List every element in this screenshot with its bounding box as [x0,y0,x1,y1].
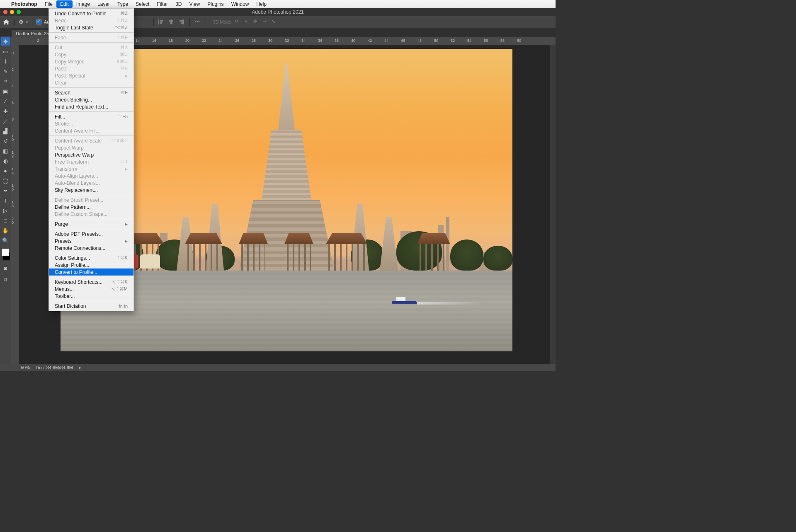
lasso-tool[interactable]: ⌇ [1,57,10,65]
path-select-tool[interactable]: ▷ [1,206,10,215]
foreground-swatch[interactable] [2,249,9,256]
menu-item-menus[interactable]: Menus...⌥⇧⌘M [49,285,133,293]
vertical-scrollbar[interactable] [550,45,556,364]
hruler-tick: 34 [301,39,306,43]
3d-orbit-icon[interactable]: ⟳ [235,19,242,25]
menu-item-purge[interactable]: Purge▶ [49,220,133,227]
home-icon[interactable] [2,19,10,25]
menu-item-color-settings[interactable]: Color Settings...⇧⌘K [49,254,133,261]
quick-mask-icon[interactable]: ◙ [1,265,10,272]
dodge-tool[interactable]: ◯ [1,177,10,185]
menubar-help[interactable]: Help [252,0,270,8]
menubar-layer[interactable]: Layer [94,0,114,8]
hand-tool[interactable]: ✋ [1,226,10,235]
menubar-type[interactable]: Type [114,0,132,8]
spot-heal-tool[interactable]: ✚ [1,107,10,115]
menu-item-label: Presets [55,238,72,244]
window-close-button[interactable] [3,10,7,14]
zoom-tool[interactable]: 🔍 [1,236,10,244]
menu-shortcut: ⌥⇧⌘K [111,279,128,285]
image-pavilion [239,233,268,271]
zoom-level[interactable]: 50% [21,365,30,370]
menu-item-assign-profile[interactable]: Assign Profile... [49,261,133,268]
history-brush-tool[interactable]: ↺ [1,137,10,145]
auto-select-checkbox[interactable] [36,19,41,24]
rectangle-tool[interactable]: □ [1,216,10,225]
eraser-tool[interactable]: ◧ [1,147,10,155]
clone-stamp-tool[interactable]: ▟ [1,127,10,135]
menu-item-label: Paste [55,66,68,72]
menu-item-puppet-warp: Puppet Warp [49,144,133,151]
menu-item-check-spelling[interactable]: Check Spelling... [49,96,133,103]
menu-item-label: Clear [55,80,67,86]
vruler-tick: 1 6 [12,184,14,191]
menu-item-remote-connections[interactable]: Remote Connections... [49,244,133,251]
move-tool-icon[interactable]: ✥ [19,19,24,25]
menubar-view[interactable]: View [185,0,204,8]
3d-slide-icon[interactable]: ↔ [262,19,269,25]
status-flyout-icon[interactable]: ▶ [79,366,81,370]
menu-item-toggle-last-state[interactable]: Toggle Last State⌥⌘Z [49,24,133,31]
align-right-icon[interactable] [178,19,184,25]
menu-item-copy: Copy⌘C [49,51,133,58]
menubar-image[interactable]: Image [73,0,94,8]
menu-item-label: Find and Replace Text... [55,104,108,110]
menubar-app[interactable]: Photoshop [7,0,41,8]
menu-item-find-and-replace-text[interactable]: Find and Replace Text... [49,103,133,110]
more-align-icon[interactable]: ••• [195,19,201,25]
menu-item-label: Check Spelling... [55,97,92,103]
menu-item-fill[interactable]: Fill...⇧F5 [49,113,133,120]
menubar-filter[interactable]: Filter [153,0,172,8]
menu-item-presets[interactable]: Presets▶ [49,237,133,244]
brush-tool[interactable]: ／ [1,117,10,125]
menu-item-start-dictation[interactable]: Start Dictationfn fn [49,302,133,310]
eyedropper-tool[interactable]: ⁄ [1,97,10,105]
menu-shortcut: ⌥⇧⌘C [111,138,128,143]
menu-item-redo: Redo⇧⌘Z [49,17,133,24]
tools-panel: ✥▭⌇✎⌗▣⁄✚／▟↺◧◐●◯✒T▷□✋🔍◙⧉ [0,36,11,364]
menu-item-sky-replacement[interactable]: Sky Replacement... [49,186,133,193]
marquee-tool[interactable]: ▭ [1,47,10,56]
gradient-tool[interactable]: ◐ [1,157,10,165]
menu-separator [49,42,133,43]
menubar-window[interactable]: Window [228,0,253,8]
menu-item-label: Puppet Warp [55,145,84,151]
menu-item-search[interactable]: Search⌘F [49,89,133,96]
3d-scale-icon[interactable]: ⤡ [272,19,278,25]
menubar-file[interactable]: File [41,0,56,8]
pen-tool[interactable]: ✒ [1,186,10,195]
hruler-tick: 16 [152,39,156,43]
window-minimize-button[interactable] [10,10,14,14]
menu-item-define-pattern[interactable]: Define Pattern... [49,203,133,210]
quick-select-tool[interactable]: ✎ [1,67,10,75]
menu-item-adobe-pdf-presets[interactable]: Adobe PDF Presets... [49,230,133,237]
menu-shortcut: fn fn [119,304,128,309]
type-tool[interactable]: T [1,196,10,205]
3d-pan-icon[interactable]: ✥ [253,19,260,25]
menubar-select[interactable]: Select [132,0,153,8]
doc-size[interactable]: Doc: 84.6M/84.6M [36,365,73,370]
move-tool[interactable]: ✥ [1,37,10,46]
menubar-edit[interactable]: Edit [56,0,73,8]
image-pavilion [284,233,313,271]
menubar-3d[interactable]: 3D [172,0,185,8]
menu-item-keyboard-shortcuts[interactable]: Keyboard Shortcuts...⌥⇧⌘K [49,278,133,285]
menu-shortcut: ⌘V [120,66,128,71]
align-left-icon[interactable] [158,19,165,25]
frame-tool[interactable]: ▣ [1,87,10,95]
menu-item-undo-convert-to-profile[interactable]: Undo Convert to Profile⌘Z [49,10,133,17]
menubar-plugins[interactable]: Plugins [204,0,227,8]
menu-shortcut: ⌘X [120,45,128,50]
align-hcenter-icon[interactable] [168,19,175,25]
menu-separator [49,253,133,253]
menu-item-convert-to-profile[interactable]: Convert to Profile... [49,268,133,276]
crop-tool[interactable]: ⌗ [1,77,10,85]
screen-mode-icon[interactable]: ⧉ [1,277,10,283]
hruler-tick: 54 [467,39,471,43]
3d-roll-icon[interactable]: ⤿ [244,19,251,25]
menu-item-perspective-warp[interactable]: Perspective Warp [49,151,133,158]
submenu-arrow-icon: ▶ [125,222,128,226]
window-zoom-button[interactable] [17,10,21,14]
blur-tool[interactable]: ● [1,167,10,175]
menu-item-toolbar[interactable]: Toolbar... [49,293,133,300]
